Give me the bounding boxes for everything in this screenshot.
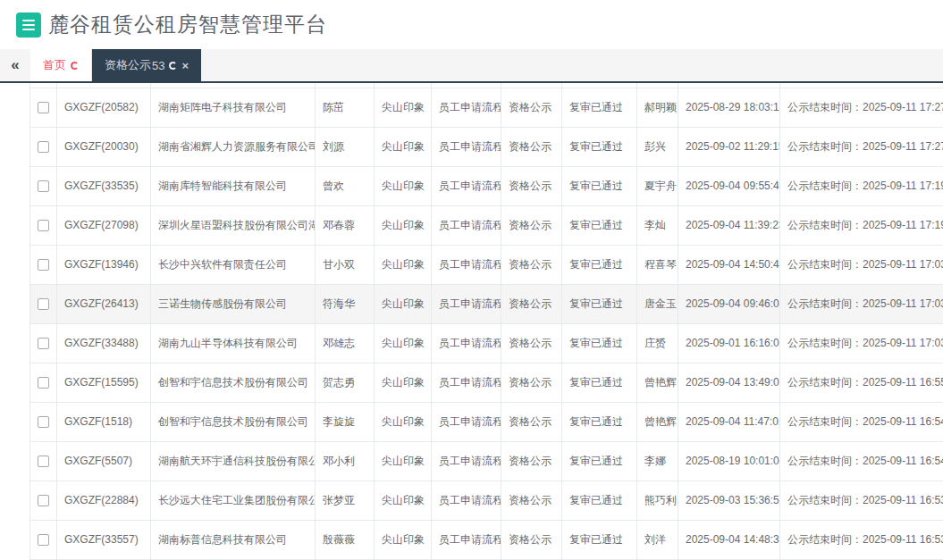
- reviewer-name-cell: 刘洋: [637, 520, 678, 559]
- row-checkbox[interactable]: [38, 102, 49, 113]
- stage-cell: 资格公示: [501, 88, 562, 127]
- project-name-cell: 尖山印象: [375, 127, 432, 166]
- tab-home-label: 首页: [43, 57, 66, 73]
- table-row: GXGZF(33535)湖南库特智能科技有限公司曾欢尖山印象员工申请流程资格公示…: [30, 166, 943, 205]
- project-name-cell: 尖山印象: [375, 520, 432, 559]
- stage-cell: 资格公示: [501, 127, 562, 166]
- row-checkbox[interactable]: [38, 259, 49, 271]
- company-name-cell: 长沙中兴软件有限责任公司: [151, 245, 316, 284]
- review-status-cell: 复审已通过: [562, 363, 637, 402]
- row-checkbox[interactable]: [38, 338, 49, 349]
- row-checkbox-cell: [30, 205, 57, 245]
- reviewer-name-cell: 曾艳辉: [637, 363, 678, 402]
- application-code-cell: GXGZF(15595): [57, 363, 151, 402]
- applicant-name-cell: 陈茁: [316, 88, 375, 127]
- stage-cell: 资格公示: [501, 441, 562, 481]
- table-row: GXGZF(26413)三诺生物传感股份有限公司符海华尖山印象员工申请流程资格公…: [30, 284, 943, 323]
- publicity-end-time-cell: 公示结束时间：2025-09-11 17:19:46: [780, 205, 943, 245]
- stage-cell: 资格公示: [501, 363, 562, 402]
- tab-home[interactable]: 首页: [30, 49, 92, 81]
- row-checkbox-cell: [30, 88, 57, 127]
- applicant-name-cell: 曾欢: [316, 166, 375, 205]
- apply-time-cell: 2025-09-04 14:48:36: [678, 520, 780, 559]
- applicant-name-cell: 邓雄志: [316, 323, 375, 363]
- project-name-cell: 尖山印象: [375, 88, 432, 127]
- menu-toggle-button[interactable]: [16, 13, 41, 38]
- collapse-tabs-button[interactable]: «: [0, 49, 30, 81]
- table-row: GXGZF(22884)长沙远大住宅工业集团股份有限公司张梦亚尖山印象员工申请流…: [30, 481, 943, 520]
- flow-type-cell: 员工申请流程: [432, 363, 501, 402]
- applicant-name-cell: 殷薇薇: [316, 520, 375, 559]
- table-row: GXGZF(33557)湖南标普信息科技有限公司殷薇薇尖山印象员工申请流程资格公…: [30, 520, 943, 559]
- company-name-cell: 深圳火星语盟科技股份有限公司湖南分公司: [151, 205, 316, 245]
- application-code-cell: GXGZF(33557): [57, 520, 151, 559]
- page-title: 麓谷租赁公租房智慧管理平台: [48, 11, 327, 38]
- table-row: GXGZF(20030)湖南省湘辉人力资源服务有限公司刘源尖山印象员工申请流程资…: [30, 127, 943, 166]
- application-code-cell: GXGZF(13946): [57, 245, 151, 284]
- application-code-cell: GXGZF(1518): [57, 402, 151, 441]
- project-name-cell: 尖山印象: [375, 402, 432, 441]
- project-name-cell: 尖山印象: [375, 245, 432, 284]
- company-name-cell: 湖南航天环宇通信科技股份有限公司: [151, 441, 316, 481]
- table-row: GXGZF(27098)深圳火星语盟科技股份有限公司湖南分公司邓春蓉尖山印象员工…: [30, 205, 943, 245]
- refresh-icon[interactable]: [71, 62, 79, 70]
- applicant-name-cell: 甘小双: [316, 245, 375, 284]
- review-status-cell: 复审已通过: [562, 284, 637, 323]
- flow-type-cell: 员工申请流程: [432, 402, 501, 441]
- double-left-arrow-icon: «: [11, 56, 19, 74]
- apply-time-cell: 2025-09-02 11:29:15: [678, 127, 780, 166]
- applicant-name-cell: 刘源: [316, 127, 375, 166]
- table-row: GXGZF(15595)创智和宇信息技术股份有限公司贺志勇尖山印象员工申请流程资…: [30, 363, 943, 402]
- row-checkbox[interactable]: [38, 416, 49, 428]
- flow-type-cell: 员工申请流程: [432, 520, 501, 559]
- row-checkbox[interactable]: [38, 534, 49, 546]
- publicity-end-time-cell: 公示结束时间：2025-09-11 17:03:43: [780, 323, 943, 363]
- company-name-cell: 湖南九山半导体科技有限公司: [151, 323, 316, 363]
- apply-time-cell: 2025-09-04 13:49:02: [678, 363, 780, 402]
- table-row: GXGZF(20582)湖南矩阵电子科技有限公司陈茁尖山印象员工申请流程资格公示…: [30, 88, 943, 127]
- reviewer-name-cell: 程喜琴: [637, 245, 678, 284]
- apply-time-cell: 2025-09-01 16:16:08: [678, 323, 780, 363]
- publicity-end-time-cell: 公示结束时间：2025-09-11 17:27:28: [780, 88, 943, 127]
- row-checkbox-cell: [30, 166, 57, 205]
- application-code-cell: GXGZF(5507): [57, 441, 151, 481]
- apply-time-cell: 2025-09-04 09:55:40: [678, 166, 780, 205]
- stage-cell: 资格公示: [501, 323, 562, 363]
- tab-count-badge: 53: [152, 59, 164, 72]
- publicity-end-time-cell: 公示结束时间：2025-09-11 17:03:51: [780, 284, 943, 323]
- project-name-cell: 尖山印象: [375, 363, 432, 402]
- reviewer-name-cell: 唐金玉: [637, 284, 678, 323]
- applicant-name-cell: 贺志勇: [316, 363, 375, 402]
- table-row: GXGZF(13946)长沙中兴软件有限责任公司甘小双尖山印象员工申请流程资格公…: [30, 245, 943, 284]
- row-checkbox[interactable]: [38, 180, 49, 192]
- company-name-cell: 三诺生物传感股份有限公司: [151, 284, 316, 323]
- review-status-cell: 复审已通过: [562, 127, 637, 166]
- row-checkbox-cell: [30, 520, 57, 559]
- company-name-cell: 湖南库特智能科技有限公司: [151, 166, 316, 205]
- reviewer-name-cell: 庄赟: [637, 323, 678, 363]
- row-checkbox[interactable]: [38, 377, 49, 389]
- row-checkbox[interactable]: [38, 456, 49, 467]
- row-checkbox[interactable]: [38, 495, 49, 506]
- row-checkbox[interactable]: [38, 141, 49, 153]
- project-name-cell: 尖山印象: [375, 323, 432, 363]
- application-code-cell: GXGZF(22884): [57, 481, 151, 520]
- apply-time-cell: 2025-09-04 09:46:04: [678, 284, 780, 323]
- close-icon[interactable]: ×: [181, 60, 189, 71]
- refresh-icon[interactable]: [169, 62, 177, 70]
- tab-qualification-publicity[interactable]: 资格公示53 ×: [92, 49, 201, 81]
- row-checkbox[interactable]: [38, 298, 49, 310]
- company-name-cell: 创智和宇信息技术股份有限公司: [151, 402, 316, 441]
- flow-type-cell: 员工申请流程: [432, 245, 501, 284]
- publicity-end-time-cell: 公示结束时间：2025-09-11 17:27:20: [780, 127, 943, 166]
- project-name-cell: 尖山印象: [375, 284, 432, 323]
- flow-type-cell: 员工申请流程: [432, 127, 501, 166]
- row-checkbox[interactable]: [38, 220, 49, 231]
- project-name-cell: 尖山印象: [375, 441, 432, 481]
- stage-cell: 资格公示: [501, 284, 562, 323]
- stage-cell: 资格公示: [501, 520, 562, 559]
- apply-time-cell: 2025-08-19 10:01:01: [678, 441, 780, 481]
- reviewer-name-cell: 李娜: [637, 441, 678, 481]
- row-checkbox-cell: [30, 441, 57, 481]
- reviewer-name-cell: 李灿: [637, 205, 678, 245]
